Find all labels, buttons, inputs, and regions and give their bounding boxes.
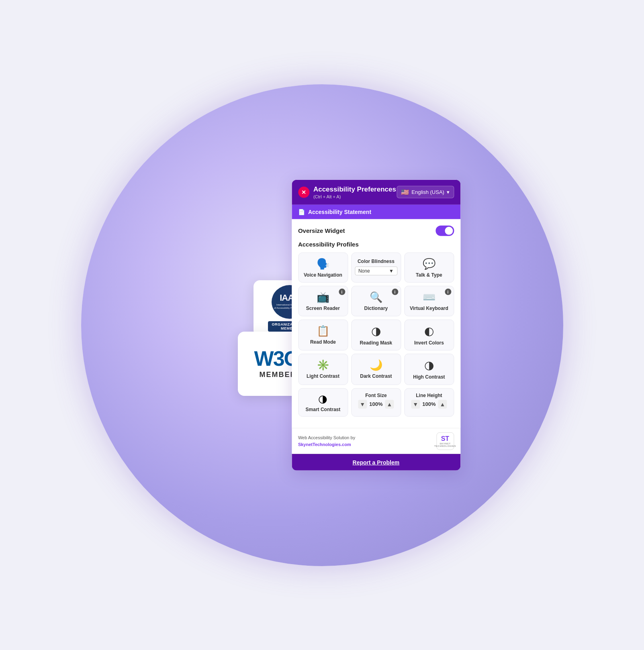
reading-mask-label: Reading Mask	[360, 340, 393, 346]
voice-navigation-tile[interactable]: 🗣️ Voice Navigation	[298, 252, 348, 283]
font-size-increase-button[interactable]: ▲	[385, 400, 394, 409]
font-size-stepper: ▼ 100% ▲	[358, 400, 394, 409]
feature-grid-row2: i 📺 Screen Reader i 🔍 Dictionary i ⌨️ Vi…	[298, 286, 454, 316]
dictionary-info-icon[interactable]: i	[392, 289, 398, 295]
font-size-tile: Font Size ▼ 100% ▲	[351, 388, 401, 417]
profiles-section-title: Accessibility Profiles	[298, 240, 454, 247]
feature-grid-row4: ✳️ Light Contrast 🌙 Dark Contrast ◑ High…	[298, 354, 454, 385]
panel-title-group: Accessibility Preferences (Ctrl + Alt + …	[313, 185, 396, 199]
line-height-value: 100%	[422, 401, 435, 407]
oversize-widget-label: Oversize Widget	[298, 227, 345, 234]
screen-reader-info-icon[interactable]: i	[339, 289, 345, 295]
dark-contrast-tile[interactable]: 🌙 Dark Contrast	[351, 354, 401, 385]
reading-mask-tile[interactable]: ◑ Reading Mask	[351, 320, 401, 351]
feature-grid-row3: 📋 Read Mode ◑ Reading Mask ◐ Invert Colo…	[298, 320, 454, 351]
dictionary-label: Dictionary	[364, 306, 388, 312]
virtual-keyboard-tile[interactable]: i ⌨️ Virtual Keyboard	[404, 286, 454, 316]
font-size-decrease-button[interactable]: ▼	[358, 400, 367, 409]
lang-label: English (USA)	[411, 189, 444, 195]
footer-text-line1: Web Accessibility Solution by	[298, 435, 355, 440]
statement-icon: 📄	[298, 208, 305, 215]
accessibility-panel: ✕ Accessibility Preferences (Ctrl + Alt …	[292, 179, 460, 470]
talk-type-icon: 💬	[423, 258, 435, 269]
flag-icon: 🇺🇸	[401, 188, 409, 196]
color-blindness-value: None	[358, 268, 370, 273]
invert-colors-tile[interactable]: ◐ Invert Colors	[404, 320, 454, 351]
high-contrast-tile[interactable]: ◑ High Contrast	[404, 354, 454, 385]
dark-contrast-icon: 🌙	[370, 360, 382, 370]
line-height-decrease-button[interactable]: ▼	[411, 400, 420, 409]
footer-text: Web Accessibility Solution by SkynetTech…	[298, 434, 355, 448]
read-mode-icon: 📋	[317, 326, 329, 336]
virtual-keyboard-label: Virtual Keyboard	[410, 306, 448, 312]
footer-logo: ST SKYNETTECHNOLOGIES	[436, 432, 454, 450]
voice-navigation-icon: 🗣️	[317, 258, 329, 269]
line-height-increase-button[interactable]: ▲	[438, 400, 447, 409]
light-contrast-icon: ✳️	[317, 360, 329, 370]
panel-body: Oversize Widget Accessibility Profiles 🗣…	[292, 219, 460, 428]
font-size-value: 100%	[369, 401, 382, 407]
high-contrast-icon: ◑	[424, 360, 434, 371]
oversize-widget-toggle[interactable]	[435, 225, 454, 236]
color-blindness-label: Color Blindness	[358, 258, 395, 264]
screen-reader-icon: 📺	[317, 292, 329, 302]
dark-contrast-label: Dark Contrast	[360, 373, 392, 380]
report-problem-button[interactable]: Report a Problem	[292, 454, 460, 471]
statement-label: Accessibility Statement	[308, 208, 371, 215]
panel-header: ✕ Accessibility Preferences (Ctrl + Alt …	[292, 179, 460, 204]
oversize-widget-row: Oversize Widget	[298, 225, 454, 236]
footer-link[interactable]: SkynetTechnologies.com	[298, 442, 351, 447]
statement-bar[interactable]: 📄 Accessibility Statement	[292, 204, 460, 219]
footer-logo-text: ST	[434, 435, 456, 442]
read-mode-tile[interactable]: 📋 Read Mode	[298, 320, 348, 351]
panel-footer: Web Accessibility Solution by SkynetTech…	[292, 428, 460, 454]
smart-contrast-label: Smart Contrast	[306, 407, 341, 412]
color-blindness-tile[interactable]: Color Blindness None ▼	[351, 252, 401, 283]
footer-logo-subtitle: SKYNETTECHNOLOGIES	[434, 442, 456, 447]
feature-grid-row1: 🗣️ Voice Navigation Color Blindness None…	[298, 252, 454, 283]
line-height-label: Line Height	[416, 393, 442, 398]
virtual-keyboard-info-icon[interactable]: i	[445, 289, 451, 295]
invert-colors-icon: ◐	[424, 326, 434, 337]
dictionary-icon: 🔍	[370, 292, 382, 302]
dropdown-arrow-icon: ▼	[389, 268, 394, 273]
lang-arrow-icon: ▾	[447, 189, 450, 195]
virtual-keyboard-icon: ⌨️	[423, 292, 435, 302]
close-icon: ✕	[301, 189, 306, 195]
talk-type-tile[interactable]: 💬 Talk & Type	[404, 252, 454, 283]
w3c-member-label: MEMBER	[260, 371, 296, 379]
high-contrast-label: High Contrast	[413, 374, 445, 381]
reading-mask-icon: ◑	[371, 326, 381, 337]
panel-title: Accessibility Preferences	[313, 185, 396, 193]
invert-colors-label: Invert Colors	[414, 340, 444, 346]
line-height-stepper: ▼ 100% ▲	[411, 400, 447, 409]
panel-shortcut: (Ctrl + Alt + A)	[313, 194, 396, 199]
smart-contrast-icon: ◑	[318, 393, 327, 405]
read-mode-label: Read Mode	[310, 339, 336, 346]
voice-navigation-label: Voice Navigation	[304, 272, 342, 278]
dictionary-tile[interactable]: i 🔍 Dictionary	[351, 286, 401, 316]
screen-reader-tile[interactable]: i 📺 Screen Reader	[298, 286, 348, 316]
language-selector[interactable]: 🇺🇸 English (USA) ▾	[397, 186, 454, 198]
close-button[interactable]: ✕	[298, 186, 309, 198]
bottom-controls: ◑ Smart Contrast Font Size ▼ 100% ▲ Line…	[298, 388, 454, 417]
light-contrast-label: Light Contrast	[307, 373, 339, 380]
font-size-label: Font Size	[365, 393, 386, 398]
panel-header-left: ✕ Accessibility Preferences (Ctrl + Alt …	[298, 185, 396, 199]
talk-type-label: Talk & Type	[416, 272, 442, 278]
color-blindness-dropdown[interactable]: None ▼	[355, 266, 397, 275]
screen-reader-label: Screen Reader	[306, 306, 340, 312]
smart-contrast-tile[interactable]: ◑ Smart Contrast	[298, 388, 348, 417]
light-contrast-tile[interactable]: ✳️ Light Contrast	[298, 354, 348, 385]
line-height-tile: Line Height ▼ 100% ▲	[404, 388, 454, 417]
